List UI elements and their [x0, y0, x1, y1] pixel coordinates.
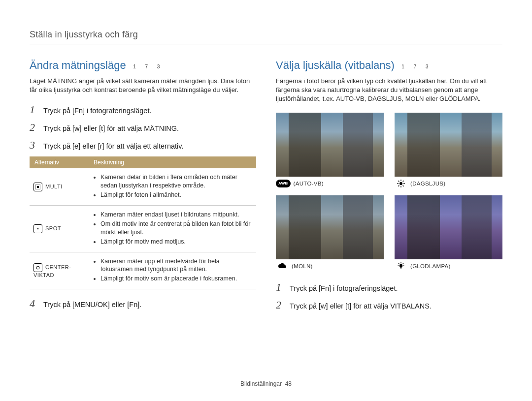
page-header: Ställa in ljusstyrka och färg — [30, 30, 502, 44]
sample-image — [276, 195, 384, 259]
section-title-whitebalance: Välja ljuskälla (vitbalans) — [276, 59, 395, 71]
bullet: Kameran delar in bilden i flera områden … — [100, 173, 252, 190]
step-text: Tryck på [w] eller [t] för att välja MÄT… — [43, 124, 179, 132]
intro-text: Färgerna i fotot beror på vilken typ och… — [276, 77, 502, 104]
caption-text: (DAGSLJUS) — [410, 181, 445, 186]
steps-list-right: 1Tryck på [Fn] i fotograferingsläget. 2T… — [276, 281, 502, 311]
section-title-metering: Ändra mätningsläge — [30, 59, 126, 71]
bulb-icon — [395, 262, 407, 270]
options-table: Alternativ Beskrivning MULTI Kameran del… — [30, 156, 256, 289]
center-weighted-icon — [33, 263, 42, 272]
spot-icon — [33, 224, 42, 233]
table-row: MULTI Kameran delar in bilden i flera om… — [30, 168, 256, 205]
step-1: 1Tryck på [Fn] i fotograferingsläget. — [276, 281, 502, 294]
sample-image — [276, 113, 384, 177]
mode-icons: 1 7 3 — [133, 64, 164, 69]
step-number: 1 — [276, 281, 290, 294]
option-cell-center: CENTER-VIKTAD — [30, 252, 89, 289]
step-number: 2 — [276, 299, 290, 311]
step-number: 1 — [30, 103, 43, 116]
bullet: Om ditt motiv inte är centrerat på bilde… — [100, 220, 252, 237]
caption-text: (AUTO-VB) — [294, 181, 324, 186]
bullet: Kameran mäter endast ljuset i bildrutans… — [100, 211, 252, 219]
step-2: 2Tryck på [w] eller [t] för att välja MÄ… — [30, 121, 256, 134]
option-name: MULTI — [45, 184, 63, 189]
option-desc: Kameran mäter upp ett medelvärde för hel… — [89, 252, 256, 289]
example-daylight: (DAGSLJUS) — [395, 113, 502, 187]
col-header-alternative: Alternativ — [30, 156, 89, 168]
svg-line-19 — [403, 263, 404, 264]
step-number: 3 — [30, 139, 43, 152]
step-text: Tryck på [Fn] i fotograferingsläget. — [290, 284, 398, 292]
auto-wb-icon: AWB — [276, 180, 291, 187]
caption-text: (GLÖDLAMPA) — [410, 263, 451, 269]
option-desc: Kameran delar in bilden i flera områden … — [89, 168, 256, 205]
right-column: Välja ljuskälla (vitbalans) 1 7 3 Färger… — [276, 59, 502, 316]
sun-icon — [395, 180, 407, 187]
svg-line-10 — [403, 185, 404, 186]
step-4: 4Tryck på [MENU/OK] eller [Fn]. — [30, 297, 256, 310]
whitebalance-examples: AWB (AUTO-VB) (DAGSLJUS) — [276, 113, 502, 270]
footer-section: Bildinställningar — [240, 380, 282, 387]
thumb-caption: AWB (AUTO-VB) — [276, 180, 384, 187]
bullet: Lämpligt för motiv som är placerade i fo… — [100, 275, 252, 283]
footer-page-number: 48 — [285, 380, 292, 387]
bullet: Kameran mäter upp ett medelvärde för hel… — [100, 257, 252, 274]
step-text: Tryck på [MENU/OK] eller [Fn]. — [43, 301, 141, 308]
table-row: SPOT Kameran mäter endast ljuset i bildr… — [30, 206, 256, 252]
section-heading-row: Ändra mätningsläge 1 7 3 — [30, 59, 256, 72]
example-cloudy: (MOLN) — [276, 195, 384, 270]
option-cell-multi: MULTI — [30, 168, 89, 205]
caption-text: (MOLN) — [292, 263, 313, 269]
svg-line-12 — [403, 181, 404, 182]
svg-point-13 — [399, 264, 402, 267]
svg-line-9 — [398, 181, 399, 182]
svg-rect-1 — [37, 186, 39, 188]
intro-text: Läget MÄTNING anger på vilket sätt kamer… — [30, 77, 256, 94]
svg-line-11 — [398, 185, 399, 186]
step-text: Tryck på [e] eller [r] för att välja ett… — [43, 142, 183, 150]
step-number: 2 — [30, 121, 43, 134]
svg-point-2 — [37, 228, 39, 229]
section-heading-row: Välja ljuskälla (vitbalans) 1 7 3 — [276, 59, 502, 72]
option-cell-spot: SPOT — [30, 206, 89, 252]
steps-list-left: 1Tryck på [Fn] i fotograferingsläget. 2T… — [30, 103, 256, 152]
step-text: Tryck på [Fn] i fotograferingsläget. — [43, 107, 151, 115]
step-number: 4 — [30, 297, 43, 310]
thumb-caption: (GLÖDLAMPA) — [395, 262, 502, 270]
bullet: Lämpligt för motiv med motljus. — [100, 238, 252, 246]
svg-rect-14 — [400, 267, 402, 269]
thumb-caption: (DAGSLJUS) — [395, 180, 502, 187]
cloud-icon — [276, 262, 289, 270]
col-header-description: Beskrivning — [89, 156, 256, 168]
sample-image — [395, 195, 502, 259]
mode-icons: 1 7 3 — [401, 64, 432, 69]
step-3: 3Tryck på [e] eller [r] för att välja et… — [30, 139, 256, 152]
svg-point-4 — [399, 182, 402, 185]
two-column-layout: Ändra mätningsläge 1 7 3 Läget MÄTNING a… — [30, 59, 502, 316]
option-name: SPOT — [45, 225, 61, 231]
sample-image — [395, 113, 502, 177]
svg-line-18 — [399, 263, 399, 264]
thumb-caption: (MOLN) — [276, 262, 384, 270]
step-1: 1Tryck på [Fn] i fotograferingsläget. — [30, 103, 256, 116]
example-auto-wb: AWB (AUTO-VB) — [276, 113, 384, 187]
step-text: Tryck på [w] eller [t] för att välja VIT… — [290, 302, 432, 310]
multi-icon — [33, 183, 42, 191]
svg-point-3 — [36, 266, 39, 269]
step-2: 2Tryck på [w] eller [t] för att välja VI… — [276, 299, 502, 311]
bullet: Lämpligt för foton i allmänhet. — [100, 191, 252, 199]
steps-list-left-continued: 4Tryck på [MENU/OK] eller [Fn]. — [30, 297, 256, 310]
example-tungsten: (GLÖDLAMPA) — [395, 195, 502, 270]
page-footer: Bildinställningar 48 — [0, 380, 532, 387]
option-desc: Kameran mäter endast ljuset i bildrutans… — [89, 206, 256, 252]
left-column: Ändra mätningsläge 1 7 3 Läget MÄTNING a… — [30, 59, 256, 316]
table-row: CENTER-VIKTAD Kameran mäter upp ett mede… — [30, 252, 256, 289]
